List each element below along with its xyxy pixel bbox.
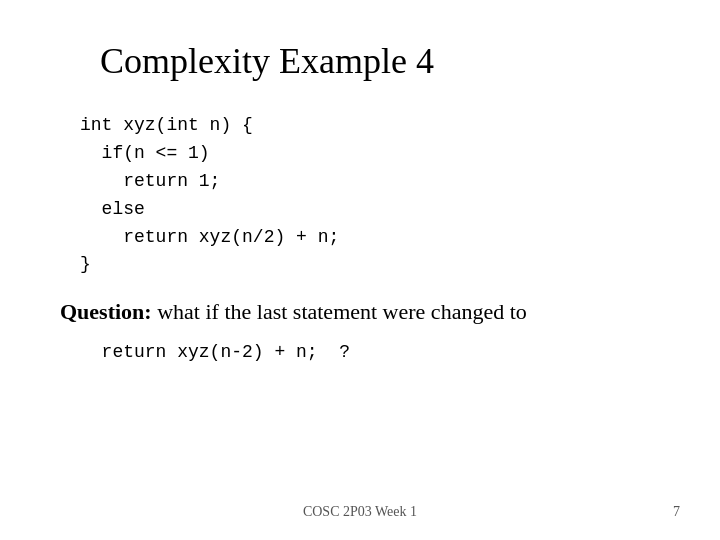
code-line-6: } (80, 251, 660, 279)
slide-title: Complexity Example 4 (100, 40, 660, 82)
question-body: what if the last statement were changed … (152, 299, 527, 324)
code-line-3: return 1; (80, 168, 660, 196)
page-number: 7 (673, 504, 680, 520)
code-line-5: return xyz(n/2) + n; (80, 224, 660, 252)
footer: COSC 2P03 Week 1 (0, 504, 720, 520)
code-line-2: if(n <= 1) (80, 140, 660, 168)
question-bold-label: Question: (60, 299, 152, 324)
code-block: int xyz(int n) { if(n <= 1) return 1; el… (80, 112, 660, 279)
code-line-4: else (80, 196, 660, 224)
code-line-1: int xyz(int n) { (80, 112, 660, 140)
question-text: Question: what if the last statement wer… (60, 297, 660, 328)
slide: Complexity Example 4 int xyz(int n) { if… (0, 0, 720, 540)
footer-center-text: COSC 2P03 Week 1 (303, 504, 417, 520)
return-line: return xyz(n-2) + n; ? (80, 342, 660, 362)
